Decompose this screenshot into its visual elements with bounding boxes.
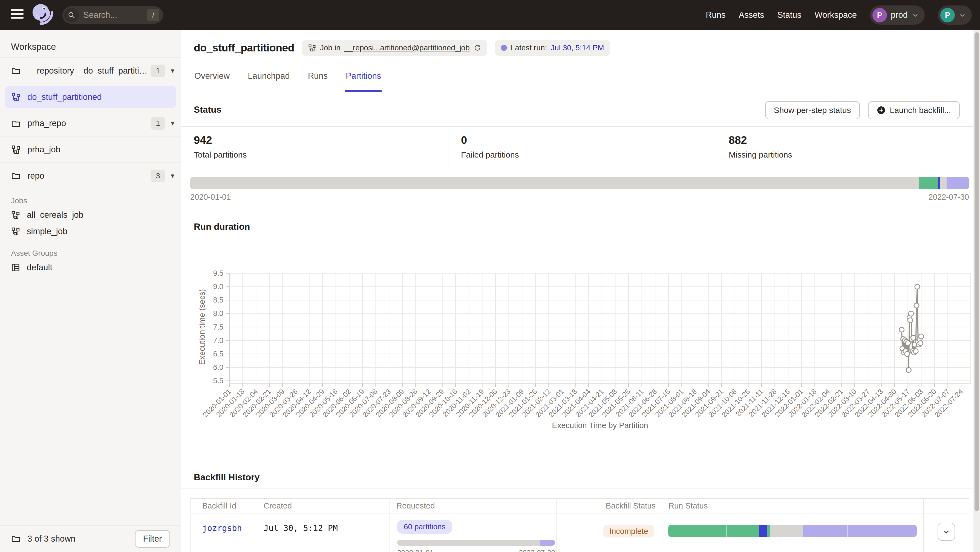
nav-status[interactable]: Status [778,10,802,20]
svg-text:5.5: 5.5 [213,377,223,385]
caret-down-icon[interactable]: ▾ [171,119,174,127]
chart-tick-labels: 9.59.08.58.07.57.06.56.05.52020-01-01202… [201,269,964,419]
partition-bar-dates: 2020-01-01 2022-07-30 [190,193,969,201]
sidebar-item-repo[interactable]: repo 3 ▾ [0,163,181,189]
sidebar-item-repository[interactable]: __repository__do_stuff_partitio... 1 ▾ [0,58,181,84]
chevron-down-icon [959,11,966,19]
job-icon [11,210,20,220]
job-origin-link[interactable]: __reposi...artitioned@partitioned_job [344,43,470,52]
execution-time-series [899,284,924,373]
partition-stats: 942 Total partitions 0 Failed partitions… [181,126,967,165]
dagster-logo-icon[interactable] [30,2,56,29]
filter-button[interactable]: Filter [135,530,170,547]
data-point-marker [908,318,913,323]
data-point-marker [918,341,923,346]
tab-overview[interactable]: Overview [194,69,230,92]
sidebar-item-all-cereals-job[interactable]: all_cereals_job [11,210,83,220]
nav-assets[interactable]: Assets [739,10,764,20]
refresh-icon[interactable] [474,44,481,52]
asset-groups-section-label: Asset Groups [11,249,57,258]
search-placeholder: Search... [83,10,147,20]
asset-group-icon [11,263,20,272]
svg-text:8.5: 8.5 [213,296,223,304]
show-per-step-status-button[interactable]: Show per-step status [765,101,860,119]
row-actions-cell [924,514,969,552]
sidebar-repo-list: __repository__do_stuff_partitio... 1 ▾ d… [0,58,181,189]
chart-grid [229,273,971,384]
run-status-cell [662,514,924,552]
count-badge: 1 [151,117,165,130]
caret-down-icon[interactable]: ▾ [171,171,174,180]
data-point-marker [905,341,910,346]
col-actions [924,499,969,513]
sidebar-title: Workspace [11,41,56,52]
tab-partitions[interactable]: Partitions [345,69,382,92]
svg-text:9.0: 9.0 [213,282,223,291]
tab-runs[interactable]: Runs [307,69,328,92]
sidebar-item-simple-job[interactable]: simple_job [11,227,67,236]
stat-label: Failed partitions [461,150,716,159]
global-search[interactable]: Search... / [62,6,163,24]
primary-nav: Runs Assets Status Workspace P prod P [706,0,972,30]
stat-value: 942 [194,134,448,146]
nav-workspace[interactable]: Workspace [815,10,857,20]
plus-circle-icon [877,106,886,114]
stat-label: Total partitions [194,150,448,159]
job-icon [11,92,21,102]
backfill-history-title: Backfill History [194,472,259,482]
data-point-marker [906,368,911,373]
status-actions: Show per-step status Launch backfill... [765,101,960,119]
data-point-marker [905,352,910,357]
run-duration-chart: 9.59.08.58.07.57.06.56.05.52020-01-01202… [181,246,974,438]
folder-icon [11,534,21,544]
sidebar-footer: 3 of 3 shown Filter [0,525,181,552]
sidebar-item-prha-job[interactable]: prha_job [0,136,181,163]
table-row: jozrgsbh Jul 30, 5:12 PM 60 partitions 2… [191,514,969,552]
backfill-requested-cell: 60 partitions 2020-01-01 2022-07-30 [390,514,557,552]
main-content: do_stuff_partitioned Job in __reposi...a… [181,30,974,552]
data-point-marker [919,334,924,339]
user-avatar: P [940,8,955,22]
user-menu[interactable]: P [938,5,972,25]
backfill-created: Jul 30, 5:12 PM [257,514,390,552]
stat-total-partitions: 942 Total partitions [181,126,448,165]
requested-range-dates: 2020-01-01 2022-07-30 [397,549,555,552]
run-duration-title: Run duration [194,222,250,232]
svg-text:8.0: 8.0 [213,309,223,317]
nav-runs[interactable]: Runs [706,10,725,20]
caret-down-icon[interactable]: ▾ [171,67,174,75]
col-backfill-id: Backfill Id [191,499,257,513]
jobs-section-label: Jobs [11,197,27,205]
sidebar-item-default-group[interactable]: default [11,263,52,273]
svg-text:7.0: 7.0 [213,336,223,345]
requested-partitions-chip[interactable]: 60 partitions [397,520,452,534]
y-axis-title: Execution time (secs) [198,289,207,365]
deployment-switcher[interactable]: P prod [870,5,925,25]
sidebar-item-prha-repo[interactable]: prha_repo 1 ▾ [0,110,181,136]
stat-failed-partitions: 0 Failed partitions [448,126,716,165]
requested-end-date: 2022-07-30 [519,549,555,552]
search-shortcut-key: / [147,9,159,21]
partition-status-bar[interactable] [190,177,969,189]
partition-start-date: 2020-01-01 [190,193,231,201]
sidebar-item-label: __repository__do_stuff_partitio... [27,66,151,76]
job-origin-chip: Job in __reposi...artitioned@partitioned… [302,40,487,56]
hamburger-menu-icon[interactable] [11,9,24,21]
latest-run-link[interactable]: Jul 30, 5:14 PM [551,43,604,52]
col-created: Created [257,499,390,513]
sidebar-item-do-stuff-partitioned[interactable]: do_stuff_partitioned [0,84,181,110]
sidebar-item-label: do_stuff_partitioned [27,92,174,102]
launch-backfill-button[interactable]: Launch backfill... [868,101,960,119]
run-status-dot [501,45,507,51]
tab-launchpad[interactable]: Launchpad [247,69,290,92]
run-status-bar[interactable] [668,525,917,537]
backfill-id-link[interactable]: jozrgsbh [191,514,257,552]
chart-caption: Execution Time by Partition [552,421,648,430]
folder-icon [11,171,21,181]
expand-row-button[interactable] [937,523,955,541]
status-section-title: Status [194,105,221,115]
page-header: do_stuff_partitioned Job in __reposi...a… [194,40,610,56]
scrollbar-thumb[interactable] [975,32,979,511]
backfill-status-cell: Incomplete [557,514,662,552]
stat-label: Missing partitions [729,150,967,159]
